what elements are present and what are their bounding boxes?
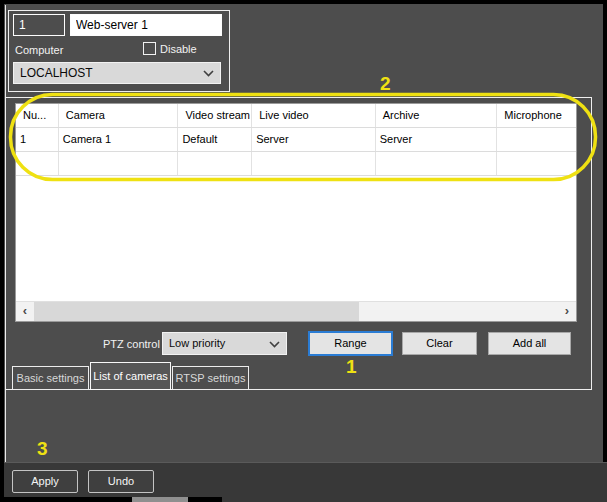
scroll-right-button[interactable]: › [558, 302, 576, 321]
computer-select-value: LOCALHOST [20, 66, 93, 80]
server-identity-group: Computer Disable LOCALHOST [8, 10, 230, 92]
annotation-step-1: 1 [346, 356, 357, 378]
scrollbar-track[interactable] [34, 302, 558, 321]
annotation-step-2: 2 [380, 73, 391, 95]
table-cell [497, 152, 576, 175]
table-header-row: Nu... Camera Video stream Live video Arc… [16, 104, 576, 128]
horizontal-scrollbar[interactable]: ‹ › [16, 301, 576, 321]
tab-rtsp-settings[interactable]: RTSP settings [172, 366, 249, 390]
window-frame-fragment [132, 497, 188, 502]
undo-button[interactable]: Undo [88, 470, 154, 493]
ptz-control-label: PTZ control [103, 338, 160, 350]
annotation-step-3: 3 [37, 438, 48, 460]
ptz-priority-select[interactable]: Low priority [162, 332, 287, 355]
apply-button[interactable]: Apply [12, 470, 78, 493]
tab-basic-settings[interactable]: Basic settings [12, 366, 89, 390]
web-server-settings-window: { "identity": { "id": "1", "name": "Web-… [0, 0, 607, 502]
table-cell [16, 152, 59, 175]
table-row[interactable]: 1 Camera 1 Default Server Server [16, 128, 576, 152]
add-all-button[interactable]: Add all [488, 332, 571, 355]
chevron-down-icon [269, 341, 280, 348]
computer-select[interactable]: LOCALHOST [13, 62, 221, 84]
table-cell [59, 152, 179, 175]
table-cell: Server [376, 128, 498, 151]
scrollbar-thumb[interactable] [34, 302, 359, 321]
column-header-camera: Camera [59, 104, 179, 127]
range-button[interactable]: Range [308, 331, 393, 356]
table-cell [497, 128, 576, 151]
table-cell [376, 152, 498, 175]
scroll-left-button[interactable]: ‹ [16, 302, 34, 321]
table-cell: Default [178, 128, 252, 151]
table-cell: Server [252, 128, 376, 151]
column-header-archive: Archive [376, 104, 498, 127]
chevron-down-icon [203, 70, 214, 77]
table-row[interactable] [16, 152, 576, 176]
column-header-number: Nu... [16, 104, 59, 127]
column-header-video-stream: Video stream [178, 104, 252, 127]
table-cell: 1 [16, 128, 59, 151]
window-frame [0, 497, 222, 502]
tab-list-of-cameras[interactable]: List of cameras [90, 362, 171, 390]
disable-label: Disable [160, 43, 197, 55]
server-id-field[interactable] [13, 14, 65, 36]
table-cell [178, 152, 252, 175]
server-name-field[interactable] [70, 14, 222, 36]
table-cell [252, 152, 376, 175]
column-header-microphone: Microphone [497, 104, 576, 127]
disable-checkbox[interactable] [143, 42, 156, 55]
clear-button[interactable]: Clear [402, 332, 477, 355]
column-header-live-video: Live video [252, 104, 376, 127]
list-of-cameras-panel: Nu... Camera Video stream Live video Arc… [5, 97, 592, 390]
ptz-priority-value: Low priority [169, 337, 225, 349]
computer-label: Computer [15, 44, 63, 56]
camera-table: Nu... Camera Video stream Live video Arc… [15, 103, 577, 322]
table-cell: Camera 1 [59, 128, 179, 151]
